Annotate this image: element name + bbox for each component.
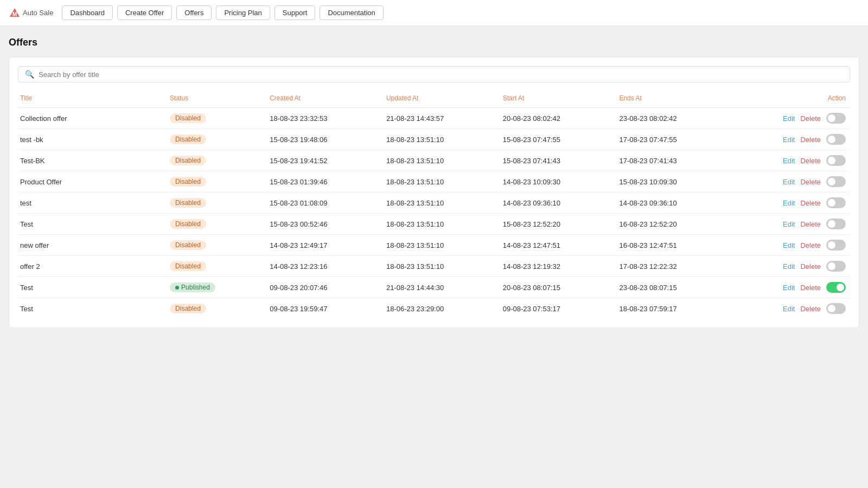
nav-create-offer[interactable]: Create Offer [117, 5, 172, 20]
cell-created-at: 09-08-23 19:59:47 [267, 298, 384, 319]
nav-documentation[interactable]: Documentation [320, 5, 383, 20]
cell-updated-at: 18-08-23 13:51:10 [384, 150, 501, 171]
svg-text:M: M [12, 11, 17, 17]
edit-button[interactable]: Edit [783, 220, 795, 228]
nav-dashboard[interactable]: Dashboard [62, 5, 113, 20]
delete-button[interactable]: Delete [800, 178, 821, 186]
table-row: TestDisabled09-08-23 19:59:4718-06-23 23… [18, 298, 850, 319]
cell-action: EditDelete [733, 192, 850, 214]
cell-created-at: 15-08-23 00:52:46 [267, 214, 384, 235]
edit-button[interactable]: Edit [783, 262, 795, 271]
cell-updated-at: 18-08-23 13:51:10 [384, 192, 501, 214]
cell-ends-at: 17-08-23 07:47:55 [617, 129, 733, 150]
action-cell: EditDelete [736, 113, 846, 124]
enable-toggle[interactable] [826, 261, 846, 272]
cell-title: test -bk [18, 129, 168, 150]
cell-action: EditDelete [733, 256, 850, 277]
cell-ends-at: 17-08-23 12:22:32 [617, 256, 733, 277]
cell-updated-at: 21-08-23 14:43:57 [384, 108, 501, 129]
cell-title: Product Offer [18, 171, 168, 192]
cell-start-at: 14-08-23 12:47:51 [501, 235, 617, 256]
enable-toggle[interactable] [826, 134, 846, 145]
edit-button[interactable]: Edit [783, 136, 795, 144]
enable-toggle[interactable] [826, 240, 846, 251]
search-bar: 🔍 [18, 66, 850, 82]
cell-title: offer 2 [18, 256, 168, 277]
cell-start-at: 15-08-23 07:41:43 [501, 150, 617, 171]
toggle-slider [826, 155, 846, 166]
action-cell: EditDelete [736, 134, 846, 145]
enable-toggle[interactable] [826, 113, 846, 124]
search-input[interactable] [39, 70, 843, 79]
edit-button[interactable]: Edit [783, 178, 795, 186]
cell-action: EditDelete [733, 171, 850, 192]
edit-button[interactable]: Edit [783, 114, 795, 123]
enable-toggle[interactable] [826, 176, 846, 187]
action-cell: EditDelete [736, 176, 846, 187]
delete-button[interactable]: Delete [800, 284, 821, 292]
cell-created-at: 15-08-23 19:41:52 [267, 150, 384, 171]
cell-ends-at: 18-08-23 07:59:17 [617, 298, 733, 319]
offers-table: Title Status Created At Updated At Start… [18, 91, 850, 319]
cell-action: EditDelete [733, 150, 850, 171]
edit-button[interactable]: Edit [783, 199, 795, 207]
app-logo: M Auto Sale [9, 7, 53, 19]
edit-button[interactable]: Edit [783, 284, 795, 292]
page-title: Offers [9, 37, 859, 48]
cell-ends-at: 16-08-23 12:47:51 [617, 235, 733, 256]
table-row: Collection offerDisabled18-08-23 23:32:5… [18, 108, 850, 129]
cell-status: Disabled [168, 129, 267, 150]
cell-updated-at: 18-08-23 13:51:10 [384, 129, 501, 150]
delete-button[interactable]: Delete [800, 136, 821, 144]
cell-status: Disabled [168, 298, 267, 319]
status-badge: Disabled [170, 219, 206, 229]
edit-button[interactable]: Edit [783, 241, 795, 249]
delete-button[interactable]: Delete [800, 114, 821, 123]
enable-toggle[interactable] [826, 197, 846, 208]
table-row: offer 2Disabled14-08-23 12:23:1618-08-23… [18, 256, 850, 277]
delete-button[interactable]: Delete [800, 241, 821, 249]
cell-ends-at: 23-08-23 08:02:42 [617, 108, 733, 129]
enable-toggle[interactable] [826, 219, 846, 229]
cell-status: Disabled [168, 171, 267, 192]
cell-title: Test [18, 277, 168, 298]
nav-offers[interactable]: Offers [176, 5, 212, 20]
toggle-slider [826, 176, 846, 187]
status-badge: Disabled [170, 304, 206, 313]
cell-updated-at: 21-08-23 14:44:30 [384, 277, 501, 298]
cell-updated-at: 18-08-23 13:51:10 [384, 214, 501, 235]
enable-toggle[interactable] [826, 282, 846, 293]
status-badge: Disabled [170, 261, 206, 271]
cell-created-at: 18-08-23 23:32:53 [267, 108, 384, 129]
delete-button[interactable]: Delete [800, 157, 821, 165]
table-row: Test-BKDisabled15-08-23 19:41:5218-08-23… [18, 150, 850, 171]
col-header-created: Created At [267, 91, 384, 108]
edit-button[interactable]: Edit [783, 157, 795, 165]
cell-status: Disabled [168, 150, 267, 171]
delete-button[interactable]: Delete [800, 262, 821, 271]
cell-action: EditDelete [733, 108, 850, 129]
cell-created-at: 09-08-23 20:07:46 [267, 277, 384, 298]
enable-toggle[interactable] [826, 155, 846, 166]
toggle-slider [826, 303, 846, 314]
delete-button[interactable]: Delete [800, 199, 821, 207]
nav-support[interactable]: Support [275, 5, 316, 20]
cell-status: Disabled [168, 256, 267, 277]
table-row: testDisabled15-08-23 01:08:0918-08-23 13… [18, 192, 850, 214]
col-header-start: Start At [501, 91, 617, 108]
edit-button[interactable]: Edit [783, 305, 795, 313]
toggle-slider [826, 113, 846, 124]
delete-button[interactable]: Delete [800, 220, 821, 228]
table-row: new offerDisabled14-08-23 12:49:1718-08-… [18, 235, 850, 256]
cell-title: test [18, 192, 168, 214]
delete-button[interactable]: Delete [800, 305, 821, 313]
enable-toggle[interactable] [826, 303, 846, 314]
nav-pricing-plan[interactable]: Pricing Plan [216, 5, 270, 20]
cell-start-at: 09-08-23 07:53:17 [501, 298, 617, 319]
action-cell: EditDelete [736, 219, 846, 229]
cell-start-at: 14-08-23 12:19:32 [501, 256, 617, 277]
cell-action: EditDelete [733, 214, 850, 235]
status-badge: Disabled [170, 240, 206, 250]
cell-start-at: 20-08-23 08:07:15 [501, 277, 617, 298]
table-header-row: Title Status Created At Updated At Start… [18, 91, 850, 108]
